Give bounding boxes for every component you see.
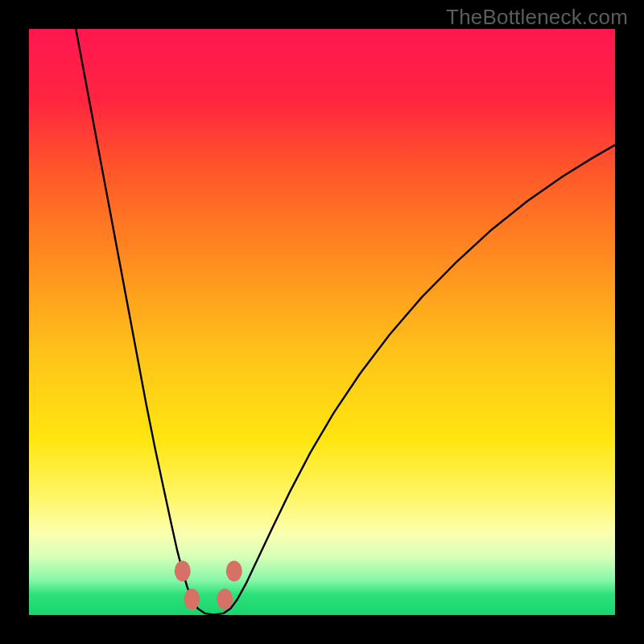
- chart-frame: TheBottleneck.com: [0, 0, 644, 644]
- curve-marker: [226, 560, 242, 581]
- chart-svg: [29, 29, 615, 615]
- watermark-text: TheBottleneck.com: [446, 5, 628, 30]
- bottleneck-chart: [29, 29, 615, 615]
- curve-marker: [175, 560, 191, 581]
- gradient-background: [29, 29, 615, 615]
- curve-marker: [217, 588, 233, 609]
- curve-marker: [184, 588, 200, 609]
